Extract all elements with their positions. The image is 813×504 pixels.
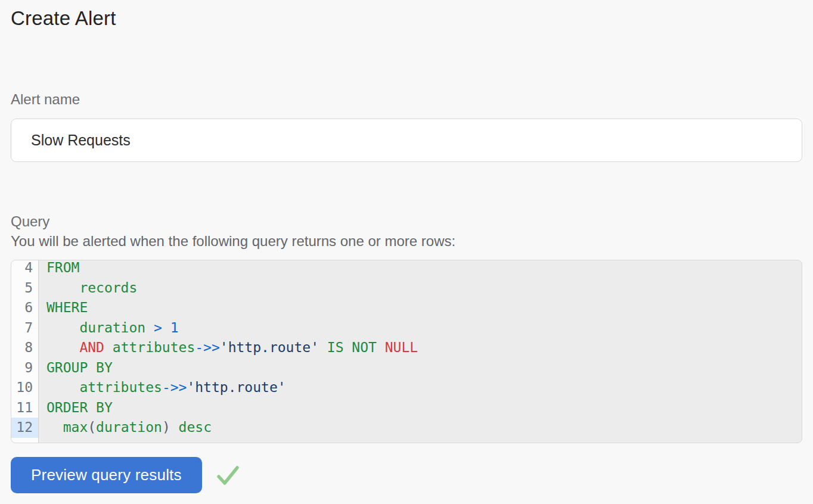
line-number: 10: [11, 378, 38, 398]
preview-query-button[interactable]: Preview query results: [11, 457, 202, 493]
code-line: records: [46, 278, 802, 298]
line-number: 4: [11, 260, 38, 278]
code-token: 'http.route': [220, 340, 319, 355]
code-token: duration: [96, 419, 162, 435]
code-line: max(duration) desc: [46, 418, 802, 438]
code-token: attributes: [46, 379, 162, 395]
code-line: attributes->>'http.route': [46, 378, 802, 398]
sql-query-editor[interactable]: 456789101112 FROM recordsWHERE duration …: [11, 260, 802, 443]
line-number: 11: [11, 398, 38, 418]
code-line: AND attributes->>'http.route' IS NOT NUL…: [46, 338, 802, 358]
code-token: AND: [46, 340, 104, 355]
code-token: duration: [46, 320, 154, 335]
query-description: You will be alerted when the following q…: [11, 231, 802, 251]
code-line: FROM: [46, 260, 802, 278]
alert-name-input[interactable]: [11, 119, 802, 162]
code-token: (: [88, 419, 96, 435]
code-token: attributes: [104, 340, 195, 355]
code-token: ORDER BY: [46, 400, 113, 415]
code-token: ->>: [162, 379, 187, 395]
code-line: GROUP BY: [46, 358, 802, 378]
alert-name-label: Alert name: [11, 91, 802, 108]
actions-row: Preview query results: [11, 457, 802, 493]
code-token: desc: [170, 419, 212, 435]
code-token: > 1: [154, 320, 179, 335]
line-number: 7: [11, 318, 38, 338]
line-number: 8: [11, 338, 38, 358]
query-label: Query: [11, 212, 802, 231]
editor-code[interactable]: FROM recordsWHERE duration > 1 AND attri…: [39, 260, 802, 443]
code-token: 'http.route': [187, 379, 286, 395]
code-token: max: [46, 419, 88, 435]
code-token: IS NOT: [319, 340, 377, 355]
code-line: ORDER BY: [46, 398, 802, 418]
code-token: ): [162, 419, 170, 435]
code-token: NULL: [377, 340, 418, 355]
line-number: 5: [11, 278, 38, 298]
create-alert-page: Create Alert Alert name Query You will b…: [0, 0, 813, 493]
code-token: records: [46, 280, 137, 295]
line-number: 6: [11, 298, 38, 318]
code-token: FROM: [46, 260, 79, 275]
page-title: Create Alert: [11, 0, 802, 31]
code-token: ->>: [195, 340, 220, 355]
check-icon: [215, 463, 240, 487]
line-number-active: 12: [11, 418, 38, 438]
code-token: GROUP BY: [46, 360, 113, 375]
code-token: WHERE: [46, 300, 88, 315]
line-number: 9: [11, 358, 38, 378]
code-line: WHERE: [46, 298, 802, 318]
code-line: duration > 1: [46, 318, 802, 338]
editor-gutter: 456789101112: [11, 260, 39, 443]
